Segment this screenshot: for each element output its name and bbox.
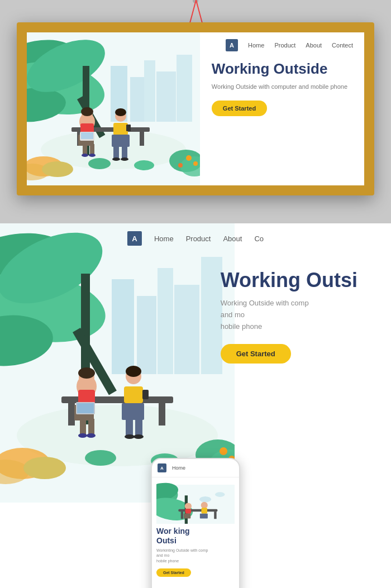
svg-rect-63 xyxy=(159,403,165,426)
svg-rect-62 xyxy=(68,403,75,426)
svg-rect-33 xyxy=(113,147,119,159)
svg-rect-29 xyxy=(112,135,130,147)
svg-point-107 xyxy=(201,502,208,509)
svg-rect-50 xyxy=(158,268,173,374)
svg-rect-102 xyxy=(181,511,183,519)
svg-rect-52 xyxy=(201,257,222,374)
svg-rect-76 xyxy=(122,403,144,420)
svg-point-39 xyxy=(42,161,73,177)
svg-point-104 xyxy=(185,503,192,509)
svg-rect-79 xyxy=(142,390,149,399)
frame-top: A Home Product About Contect Working Out… xyxy=(17,22,374,195)
svg-rect-81 xyxy=(135,420,142,437)
svg-point-87 xyxy=(85,450,116,466)
svg-point-44 xyxy=(186,155,192,161)
bottom-nav: A Home Product About Co xyxy=(127,231,264,246)
top-frame-nav-contact[interactable]: Contect xyxy=(332,42,353,49)
svg-point-83 xyxy=(133,434,144,439)
phone-title: Wor kingOutsi xyxy=(156,527,235,546)
bottom-subtitle: Working Outside with compand mohobile ph… xyxy=(221,298,357,332)
svg-rect-3 xyxy=(144,60,155,122)
svg-point-45 xyxy=(193,161,198,166)
bottom-hero: Working Outsi Working Outside with compa… xyxy=(221,268,357,364)
svg-point-41 xyxy=(134,160,154,170)
phone-subtitle: Workinting Outside with compand mohobile… xyxy=(156,548,235,564)
scene-illustration-top xyxy=(27,32,200,185)
phone-content: Wor kingOutsi Workinting Outside with co… xyxy=(152,477,239,581)
svg-point-27 xyxy=(89,154,96,157)
svg-point-36 xyxy=(121,157,128,161)
svg-point-31 xyxy=(115,108,126,116)
svg-rect-32 xyxy=(126,125,131,131)
phone-nav-home[interactable]: Home xyxy=(172,465,185,471)
svg-rect-108 xyxy=(202,508,208,514)
phone-cta-button[interactable]: Get Started xyxy=(156,568,191,577)
svg-point-100 xyxy=(215,492,225,497)
svg-rect-105 xyxy=(185,509,192,514)
bottom-nav-home[interactable]: Home xyxy=(154,235,174,243)
svg-rect-101 xyxy=(178,509,217,511)
svg-rect-75 xyxy=(124,386,143,403)
svg-rect-71 xyxy=(80,419,86,436)
bottom-section: A Home Product About Co Working Outsi Wo… xyxy=(0,223,391,588)
svg-point-78 xyxy=(126,366,141,377)
svg-point-68 xyxy=(78,367,95,379)
top-frame-title: Working Outside xyxy=(212,60,347,78)
svg-rect-80 xyxy=(126,420,133,437)
svg-point-91 xyxy=(220,447,227,455)
top-frame-subtitle: Working Outside with computer and mobile… xyxy=(212,82,347,92)
svg-rect-23 xyxy=(81,132,93,139)
frame-inner: A Home Product About Contect Working Out… xyxy=(27,32,364,185)
svg-point-99 xyxy=(199,496,211,503)
phone-logo: A xyxy=(158,463,166,472)
phone-overlay: A Home xyxy=(151,458,240,588)
svg-point-21 xyxy=(81,107,93,116)
top-frame-hero: Working Outside Working Outside with com… xyxy=(212,60,347,116)
svg-rect-16 xyxy=(140,132,144,146)
top-frame-nav: A Home Product About Contect xyxy=(226,39,353,51)
top-frame-nav-about[interactable]: About xyxy=(306,42,322,49)
bottom-nav-about[interactable]: About xyxy=(223,235,242,243)
svg-rect-72 xyxy=(88,419,94,436)
svg-point-46 xyxy=(178,163,183,168)
top-frame-logo: A xyxy=(226,39,238,51)
phone-nav: A Home xyxy=(152,459,239,477)
svg-rect-51 xyxy=(174,285,199,374)
top-frame-cta-button[interactable]: Get Started xyxy=(212,101,267,116)
svg-rect-48 xyxy=(112,279,134,374)
svg-rect-4 xyxy=(156,71,176,122)
bottom-logo: A xyxy=(127,231,142,246)
svg-rect-70 xyxy=(77,403,94,413)
svg-rect-2 xyxy=(130,77,144,122)
bottom-cta-button[interactable]: Get Started xyxy=(221,344,291,364)
svg-rect-103 xyxy=(214,511,216,519)
top-frame-nav-home[interactable]: Home xyxy=(248,42,264,49)
bottom-title: Working Outsi xyxy=(221,268,357,292)
svg-rect-28 xyxy=(113,123,128,135)
bottom-nav-contact[interactable]: Co xyxy=(254,235,264,243)
svg-point-82 xyxy=(125,434,135,439)
svg-point-73 xyxy=(78,433,87,438)
svg-point-26 xyxy=(82,154,88,157)
svg-point-74 xyxy=(87,433,96,438)
svg-point-86 xyxy=(23,457,66,479)
svg-rect-109 xyxy=(200,514,208,519)
svg-point-35 xyxy=(112,157,120,161)
svg-rect-5 xyxy=(177,55,192,122)
bottom-nav-product[interactable]: Product xyxy=(186,235,211,243)
svg-rect-34 xyxy=(122,147,127,159)
top-frame-nav-product[interactable]: Product xyxy=(274,42,295,49)
svg-rect-106 xyxy=(184,514,190,519)
svg-point-40 xyxy=(88,158,111,169)
svg-rect-49 xyxy=(137,296,156,374)
